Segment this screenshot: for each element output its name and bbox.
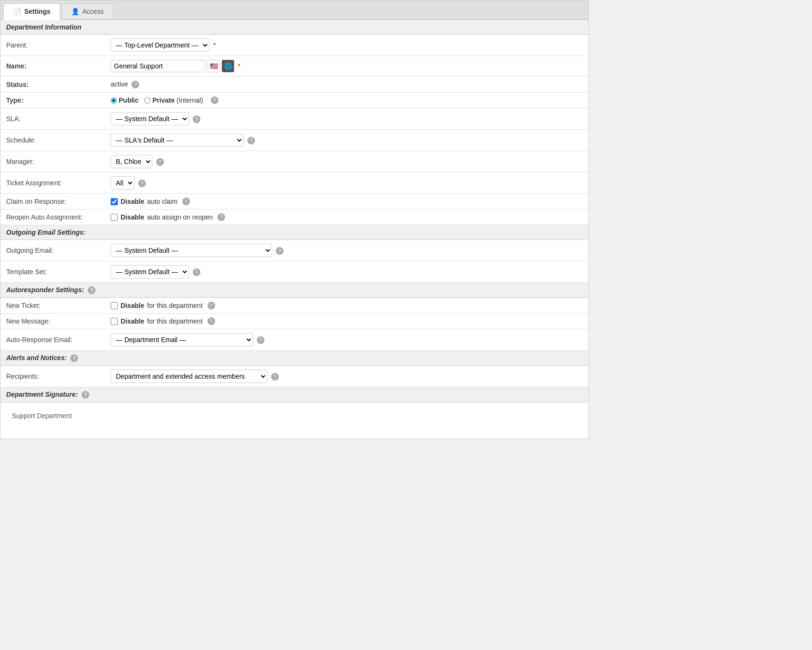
section-dept-signature: Department Signature: ? xyxy=(0,387,588,402)
help-ticket-assignment-icon[interactable]: ? xyxy=(138,180,146,187)
help-manager-icon[interactable]: ? xyxy=(156,158,164,166)
radio-public[interactable] xyxy=(111,97,117,104)
type-radio-group: Public Private (Internal) ? xyxy=(111,96,583,104)
select-parent[interactable]: — Top-Level Department — xyxy=(111,38,209,52)
globe-icon: 🌐 xyxy=(224,62,232,70)
cell-signature: Support Department xyxy=(0,402,588,439)
help-autoresponder-icon[interactable]: ? xyxy=(88,287,95,294)
globe-button[interactable]: 🌐 xyxy=(222,60,234,72)
cell-ticket-assignment: All ? xyxy=(105,172,588,194)
help-template-set-icon[interactable]: ? xyxy=(193,268,200,276)
help-outgoing-email-icon[interactable]: ? xyxy=(276,247,283,255)
help-type-icon[interactable]: ? xyxy=(211,96,218,104)
row-name: Name: 🇺🇸 🌐 * xyxy=(0,56,588,76)
select-manager[interactable]: B, Chloe xyxy=(111,155,152,168)
new-message-disable-label: Disable xyxy=(121,317,144,325)
label-auto-response-email: Auto-Response Email: xyxy=(0,329,105,351)
row-sla: SLA: — System Default — ? xyxy=(0,108,588,130)
cell-type: Public Private (Internal) ? xyxy=(105,93,588,108)
name-input-group: 🇺🇸 🌐 * xyxy=(111,60,583,72)
help-status-icon[interactable]: ? xyxy=(132,81,139,88)
help-auto-response-email-icon[interactable]: ? xyxy=(257,336,264,344)
cell-claim-on-response: Disable auto claim ? xyxy=(105,194,588,210)
help-schedule-icon[interactable]: ? xyxy=(247,137,255,144)
row-reopen-auto-assignment: Reopen Auto Assignment: Disable auto ass… xyxy=(0,210,588,225)
radio-public-label[interactable]: Public xyxy=(111,96,139,104)
radio-private-label[interactable]: Private (Internal) xyxy=(144,96,203,104)
label-reopen-auto-assignment: Reopen Auto Assignment: xyxy=(0,210,105,225)
row-parent: Parent: — Top-Level Department — * xyxy=(0,35,588,56)
status-value: active xyxy=(111,80,128,88)
select-outgoing-email[interactable]: — System Default — xyxy=(111,244,272,257)
select-schedule[interactable]: — SLA's Default — xyxy=(111,134,244,147)
row-template-set: Template Set: — System Default — ? xyxy=(0,261,588,283)
help-sla-icon[interactable]: ? xyxy=(193,115,200,123)
input-name[interactable] xyxy=(111,60,206,72)
label-name: Name: xyxy=(0,56,105,76)
label-status: Status: xyxy=(0,76,105,93)
label-parent: Parent: xyxy=(0,35,105,56)
row-type: Type: Public Private (Internal) ? xyxy=(0,93,588,108)
label-recipients: Recipients: xyxy=(0,366,105,387)
cell-reopen-auto-assignment: Disable auto assign on reopen ? xyxy=(105,210,588,225)
section-autoresponder: Autoresponder Settings: ? xyxy=(0,283,588,298)
checkbox-claim-on-response[interactable] xyxy=(111,198,118,205)
label-ticket-assignment: Ticket Assignment: xyxy=(0,172,105,194)
help-recipients-icon[interactable]: ? xyxy=(271,373,279,381)
help-dept-signature-icon[interactable]: ? xyxy=(82,391,89,399)
help-reopen-icon[interactable]: ? xyxy=(217,213,225,221)
select-recipients[interactable]: Department and extended access members xyxy=(111,370,267,383)
claim-auto-label: auto claim xyxy=(147,198,178,205)
cell-outgoing-email: — System Default — ? xyxy=(105,240,588,261)
checkbox-reopen-auto-assignment[interactable] xyxy=(111,214,118,221)
flag-button[interactable]: 🇺🇸 xyxy=(208,60,220,72)
select-ticket-assignment[interactable]: All xyxy=(111,176,134,190)
select-auto-response-email[interactable]: — Department Email — xyxy=(111,333,253,346)
help-claim-icon[interactable]: ? xyxy=(182,198,190,205)
cell-new-ticket: Disable for this department ? xyxy=(105,298,588,314)
tab-access[interactable]: 👤 Access xyxy=(61,3,113,19)
cell-schedule: — SLA's Default — ? xyxy=(105,130,588,151)
section-dept-signature-title: Department Signature: ? xyxy=(0,387,588,402)
page-container: 📄 Settings 👤 Access Department Informati… xyxy=(0,0,589,439)
form-table: Department Information Parent: — Top-Lev… xyxy=(0,20,588,439)
select-template-set[interactable]: — System Default — xyxy=(111,265,189,278)
row-manager: Manager: B, Chloe ? xyxy=(0,151,588,172)
row-outgoing-email: Outgoing Email: — System Default — ? xyxy=(0,240,588,261)
autoresponder-title-text: Autoresponder Settings: xyxy=(6,286,84,294)
flag-icon: 🇺🇸 xyxy=(210,62,218,70)
row-claim-on-response: Claim on Response: Disable auto claim ? xyxy=(0,194,588,210)
label-manager: Manager: xyxy=(0,151,105,172)
reopen-disable-label: Disable xyxy=(121,213,144,221)
help-new-ticket-icon[interactable]: ? xyxy=(208,302,215,309)
row-signature: Support Department xyxy=(0,402,588,439)
label-claim-on-response: Claim on Response: xyxy=(0,194,105,210)
radio-private[interactable] xyxy=(144,97,151,104)
tab-settings[interactable]: 📄 Settings xyxy=(3,3,60,20)
help-new-message-icon[interactable]: ? xyxy=(208,317,215,325)
help-alerts-icon[interactable]: ? xyxy=(70,354,78,362)
row-recipients: Recipients: Department and extended acce… xyxy=(0,366,588,387)
new-ticket-row: Disable for this department ? xyxy=(111,302,583,309)
cell-parent: — Top-Level Department — * xyxy=(105,35,588,56)
checkbox-new-message[interactable] xyxy=(111,318,118,325)
radio-private-text: (Internal) xyxy=(177,96,203,104)
checkbox-new-ticket[interactable] xyxy=(111,302,118,309)
signature-text: Support Department xyxy=(6,406,583,435)
required-name: * xyxy=(238,62,240,70)
claim-on-response-row: Disable auto claim ? xyxy=(111,198,583,205)
cell-template-set: — System Default — ? xyxy=(105,261,588,283)
claim-disable-label: Disable xyxy=(121,198,144,205)
cell-auto-response-email: — Department Email — ? xyxy=(105,329,588,351)
radio-public-text: Public xyxy=(119,96,139,104)
cell-status: active ? xyxy=(105,76,588,93)
cell-new-message: Disable for this department ? xyxy=(105,314,588,329)
row-new-ticket: New Ticket: Disable for this department … xyxy=(0,298,588,314)
cell-manager: B, Chloe ? xyxy=(105,151,588,172)
tab-access-label: Access xyxy=(82,8,104,15)
tab-bar: 📄 Settings 👤 Access xyxy=(0,0,588,20)
select-sla[interactable]: — System Default — xyxy=(111,112,189,125)
new-ticket-disable-label: Disable xyxy=(121,302,144,309)
section-outgoing-email-title: Outgoing Email Settings: xyxy=(0,225,588,240)
radio-private-bold: Private xyxy=(152,96,175,104)
